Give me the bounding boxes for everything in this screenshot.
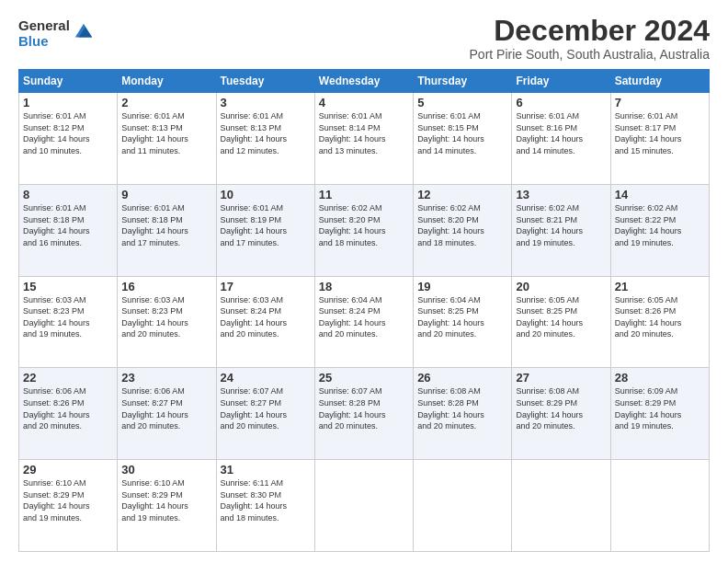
calendar-cell — [414, 460, 512, 552]
page: General Blue December 2024 Port Pirie So… — [0, 0, 728, 563]
day-number: 30 — [121, 463, 211, 477]
day-number: 19 — [417, 280, 507, 293]
calendar-cell: 8Sunrise: 6:01 AM Sunset: 8:18 PM Daylig… — [19, 184, 118, 276]
day-info: Sunrise: 6:01 AM Sunset: 8:19 PM Dayligh… — [221, 202, 311, 248]
day-number: 13 — [516, 188, 606, 201]
day-number: 18 — [319, 280, 409, 293]
calendar-cell: 10Sunrise: 6:01 AM Sunset: 8:19 PM Dayli… — [216, 184, 314, 276]
calendar-cell: 22Sunrise: 6:06 AM Sunset: 8:26 PM Dayli… — [19, 368, 118, 460]
logo: General Blue — [18, 18, 94, 49]
calendar-cell: 15Sunrise: 6:03 AM Sunset: 8:23 PM Dayli… — [19, 276, 118, 368]
calendar-subtitle: Port Pirie South, South Australia, Austr… — [470, 47, 710, 62]
day-info: Sunrise: 6:06 AM Sunset: 8:27 PM Dayligh… — [121, 385, 211, 431]
day-info: Sunrise: 6:05 AM Sunset: 8:26 PM Dayligh… — [615, 294, 705, 340]
day-number: 28 — [615, 371, 705, 385]
day-number: 14 — [615, 188, 705, 201]
calendar-cell: 24Sunrise: 6:07 AM Sunset: 8:27 PM Dayli… — [216, 368, 314, 460]
calendar-cell: 25Sunrise: 6:07 AM Sunset: 8:28 PM Dayli… — [314, 368, 413, 460]
col-sunday: Sunday — [19, 70, 118, 93]
calendar-table: Sunday Monday Tuesday Wednesday Thursday… — [18, 69, 710, 552]
col-friday: Friday — [512, 70, 610, 93]
day-number: 8 — [23, 188, 113, 201]
day-number: 29 — [23, 463, 113, 477]
day-info: Sunrise: 6:04 AM Sunset: 8:24 PM Dayligh… — [319, 294, 409, 340]
day-info: Sunrise: 6:06 AM Sunset: 8:26 PM Dayligh… — [23, 385, 113, 431]
day-number: 26 — [417, 371, 507, 385]
calendar-cell: 7Sunrise: 6:01 AM Sunset: 8:17 PM Daylig… — [610, 93, 709, 185]
calendar-cell: 20Sunrise: 6:05 AM Sunset: 8:25 PM Dayli… — [512, 276, 610, 368]
calendar-cell: 16Sunrise: 6:03 AM Sunset: 8:23 PM Dayli… — [118, 276, 216, 368]
calendar-cell: 17Sunrise: 6:03 AM Sunset: 8:24 PM Dayli… — [216, 276, 314, 368]
calendar-cell: 4Sunrise: 6:01 AM Sunset: 8:14 PM Daylig… — [314, 93, 413, 185]
day-info: Sunrise: 6:01 AM Sunset: 8:12 PM Dayligh… — [23, 110, 113, 156]
calendar-week-2: 8Sunrise: 6:01 AM Sunset: 8:18 PM Daylig… — [19, 184, 710, 276]
day-info: Sunrise: 6:02 AM Sunset: 8:20 PM Dayligh… — [417, 202, 507, 248]
calendar-week-3: 15Sunrise: 6:03 AM Sunset: 8:23 PM Dayli… — [19, 276, 710, 368]
calendar-week-1: 1Sunrise: 6:01 AM Sunset: 8:12 PM Daylig… — [19, 93, 710, 185]
day-number: 22 — [23, 371, 113, 385]
day-info: Sunrise: 6:01 AM Sunset: 8:14 PM Dayligh… — [319, 110, 409, 156]
calendar-cell: 29Sunrise: 6:10 AM Sunset: 8:29 PM Dayli… — [19, 460, 118, 552]
calendar-cell: 13Sunrise: 6:02 AM Sunset: 8:21 PM Dayli… — [512, 184, 610, 276]
day-number: 5 — [417, 96, 507, 109]
calendar-cell: 5Sunrise: 6:01 AM Sunset: 8:15 PM Daylig… — [414, 93, 512, 185]
day-number: 17 — [221, 280, 311, 293]
day-number: 7 — [615, 96, 705, 109]
col-thursday: Thursday — [414, 70, 512, 93]
day-info: Sunrise: 6:11 AM Sunset: 8:30 PM Dayligh… — [221, 477, 311, 523]
header: General Blue December 2024 Port Pirie So… — [18, 15, 710, 62]
col-wednesday: Wednesday — [314, 70, 413, 93]
calendar-cell: 3Sunrise: 6:01 AM Sunset: 8:13 PM Daylig… — [216, 93, 314, 185]
day-number: 11 — [319, 188, 409, 201]
day-info: Sunrise: 6:04 AM Sunset: 8:25 PM Dayligh… — [417, 294, 507, 340]
day-info: Sunrise: 6:10 AM Sunset: 8:29 PM Dayligh… — [23, 477, 113, 523]
day-info: Sunrise: 6:01 AM Sunset: 8:18 PM Dayligh… — [121, 202, 211, 248]
day-info: Sunrise: 6:01 AM Sunset: 8:16 PM Dayligh… — [516, 110, 606, 156]
logo-general: General — [18, 18, 70, 34]
day-number: 3 — [221, 96, 311, 109]
calendar-cell: 2Sunrise: 6:01 AM Sunset: 8:13 PM Daylig… — [118, 93, 216, 185]
title-block: December 2024 Port Pirie South, South Au… — [470, 15, 710, 62]
day-number: 10 — [221, 188, 311, 201]
day-info: Sunrise: 6:03 AM Sunset: 8:23 PM Dayligh… — [121, 294, 211, 340]
day-number: 16 — [121, 280, 211, 293]
logo-icon — [74, 22, 94, 42]
calendar-cell: 1Sunrise: 6:01 AM Sunset: 8:12 PM Daylig… — [19, 93, 118, 185]
calendar-week-4: 22Sunrise: 6:06 AM Sunset: 8:26 PM Dayli… — [19, 368, 710, 460]
day-info: Sunrise: 6:07 AM Sunset: 8:27 PM Dayligh… — [221, 385, 311, 431]
col-tuesday: Tuesday — [216, 70, 314, 93]
day-number: 6 — [516, 96, 606, 109]
day-number: 9 — [121, 188, 211, 201]
day-info: Sunrise: 6:02 AM Sunset: 8:20 PM Dayligh… — [319, 202, 409, 248]
day-info: Sunrise: 6:02 AM Sunset: 8:21 PM Dayligh… — [516, 202, 606, 248]
day-number: 2 — [121, 96, 211, 109]
day-number: 20 — [516, 280, 606, 293]
logo-text: General Blue — [18, 18, 70, 49]
day-info: Sunrise: 6:08 AM Sunset: 8:29 PM Dayligh… — [516, 385, 606, 431]
calendar-cell: 31Sunrise: 6:11 AM Sunset: 8:30 PM Dayli… — [216, 460, 314, 552]
calendar-cell: 27Sunrise: 6:08 AM Sunset: 8:29 PM Dayli… — [512, 368, 610, 460]
col-monday: Monday — [118, 70, 216, 93]
calendar-cell: 11Sunrise: 6:02 AM Sunset: 8:20 PM Dayli… — [314, 184, 413, 276]
calendar-cell: 21Sunrise: 6:05 AM Sunset: 8:26 PM Dayli… — [610, 276, 709, 368]
day-info: Sunrise: 6:01 AM Sunset: 8:18 PM Dayligh… — [23, 202, 113, 248]
day-info: Sunrise: 6:01 AM Sunset: 8:13 PM Dayligh… — [121, 110, 211, 156]
calendar-week-5: 29Sunrise: 6:10 AM Sunset: 8:29 PM Dayli… — [19, 460, 710, 552]
day-info: Sunrise: 6:01 AM Sunset: 8:17 PM Dayligh… — [615, 110, 705, 156]
day-number: 4 — [319, 96, 409, 109]
calendar-cell — [314, 460, 413, 552]
day-number: 31 — [221, 463, 311, 477]
calendar-cell: 19Sunrise: 6:04 AM Sunset: 8:25 PM Dayli… — [414, 276, 512, 368]
day-info: Sunrise: 6:07 AM Sunset: 8:28 PM Dayligh… — [319, 385, 409, 431]
day-number: 1 — [23, 96, 113, 109]
calendar-cell: 14Sunrise: 6:02 AM Sunset: 8:22 PM Dayli… — [610, 184, 709, 276]
day-info: Sunrise: 6:02 AM Sunset: 8:22 PM Dayligh… — [615, 202, 705, 248]
logo-blue: Blue — [18, 34, 70, 50]
col-saturday: Saturday — [610, 70, 709, 93]
day-info: Sunrise: 6:10 AM Sunset: 8:29 PM Dayligh… — [121, 477, 211, 523]
calendar-cell: 12Sunrise: 6:02 AM Sunset: 8:20 PM Dayli… — [414, 184, 512, 276]
day-info: Sunrise: 6:01 AM Sunset: 8:13 PM Dayligh… — [221, 110, 311, 156]
calendar-cell — [512, 460, 610, 552]
calendar-cell: 28Sunrise: 6:09 AM Sunset: 8:29 PM Dayli… — [610, 368, 709, 460]
day-number: 23 — [121, 371, 211, 385]
